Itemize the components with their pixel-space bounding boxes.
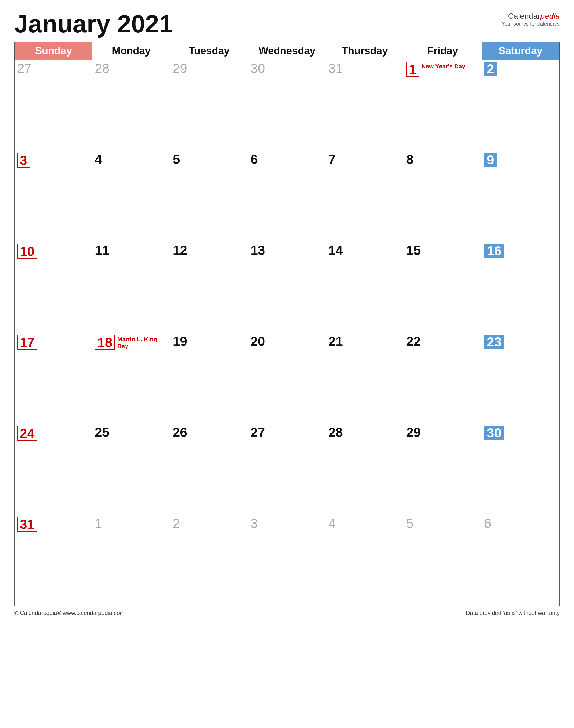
week-row-4: 1718Martin L. King Day1920212223	[14, 333, 560, 424]
calendar-cell-w5-d5: 28	[326, 424, 404, 515]
calendar-cell-w4-d6: 22	[404, 333, 482, 424]
brand-pedia: pedia	[540, 12, 560, 20]
calendar-cell-w3-d7: 16	[482, 242, 560, 333]
calendar-cell-w3-d5: 14	[326, 242, 404, 333]
day-number: 31	[17, 517, 37, 532]
day-number: 5	[406, 517, 413, 530]
day-number: 4	[95, 153, 102, 166]
calendar-cell-w4-d7: 23	[482, 333, 560, 424]
calendar-cell-w2-d7: 9	[482, 151, 560, 242]
calendar-cell-w5-d4: 27	[248, 424, 326, 515]
calendar-table: Sunday Monday Tuesday Wednesday Thursday…	[14, 42, 560, 606]
day-number: 31	[328, 62, 343, 75]
day-number: 28	[95, 62, 109, 75]
week-row-1: 27282930311New Year's Day2	[14, 60, 560, 151]
calendar-header-row: Sunday Monday Tuesday Wednesday Thursday…	[14, 42, 560, 60]
col-header-saturday: Saturday	[482, 42, 560, 60]
calendar-cell-w6-d7: 6	[482, 515, 560, 606]
day-number: 17	[17, 335, 37, 350]
day-number: 30	[484, 426, 504, 440]
day-number: 3	[17, 153, 30, 168]
day-number: 1	[406, 62, 419, 77]
day-number: 1	[95, 517, 102, 530]
day-number: 12	[173, 244, 187, 257]
week-row-2: 3456789	[14, 151, 560, 242]
col-header-wednesday: Wednesday	[248, 42, 326, 60]
day-number: 4	[328, 517, 336, 530]
calendar-cell-w1-d1: 27	[14, 60, 92, 151]
calendar-cell-w4-d5: 21	[326, 333, 404, 424]
day-number: 22	[406, 335, 421, 348]
day-number: 2	[484, 62, 497, 76]
col-header-monday: Monday	[92, 42, 170, 60]
day-number: 16	[484, 244, 504, 258]
calendar-cell-w4-d1: 17	[14, 333, 92, 424]
day-number: 21	[328, 335, 343, 348]
calendar-cell-w3-d3: 12	[170, 242, 248, 333]
day-number: 26	[173, 426, 187, 439]
calendar-cell-w5-d2: 25	[92, 424, 170, 515]
day-number: 20	[250, 335, 265, 348]
calendar-cell-w2-d2: 4	[92, 151, 170, 242]
calendar-cell-w5-d1: 24	[14, 424, 92, 515]
day-number: 23	[484, 335, 504, 349]
calendar-cell-w2-d5: 7	[326, 151, 404, 242]
calendar-cell-w3-d2: 11	[92, 242, 170, 333]
week-row-6: 31123456	[14, 515, 560, 606]
calendar-cell-w2-d3: 5	[170, 151, 248, 242]
brand: Calendarpedia Your source for calendars	[502, 11, 560, 27]
day-number: 13	[250, 244, 265, 257]
calendar-cell-w1-d5: 31	[326, 60, 404, 151]
day-number: 8	[406, 153, 413, 166]
footer-right: Data provided 'as is' without warranty	[466, 610, 560, 616]
day-number: 15	[406, 244, 421, 257]
day-number: 9	[484, 153, 497, 167]
day-number: 30	[250, 62, 265, 75]
brand-tagline: Your source for calendars	[502, 21, 560, 27]
day-number: 10	[17, 244, 37, 259]
calendar-cell-w6-d2: 1	[92, 515, 170, 606]
holiday-label: New Year's Day	[421, 63, 465, 70]
calendar-cell-w3-d4: 13	[248, 242, 326, 333]
day-number: 28	[328, 426, 343, 439]
day-number: 6	[250, 153, 258, 166]
day-number: 7	[328, 153, 336, 166]
calendar-cell-w6-d5: 4	[326, 515, 404, 606]
calendar-cell-w4-d4: 20	[248, 333, 326, 424]
calendar-cell-w4-d3: 19	[170, 333, 248, 424]
day-number: 2	[173, 517, 180, 530]
week-row-3: 10111213141516	[14, 242, 560, 333]
day-number: 18	[95, 335, 115, 350]
calendar-cell-w2-d1: 3	[14, 151, 92, 242]
page-footer: © Calendarpedia® www.calendarpedia.com D…	[14, 610, 560, 616]
calendar-cell-w1-d4: 30	[248, 60, 326, 151]
day-number: 29	[173, 62, 187, 75]
day-number: 25	[95, 426, 109, 439]
col-header-sunday: Sunday	[14, 42, 92, 60]
day-number: 5	[173, 153, 180, 166]
calendar-cell-w1-d6: 1New Year's Day	[404, 60, 482, 151]
day-number: 27	[17, 62, 32, 75]
calendar-cell-w1-d7: 2	[482, 60, 560, 151]
week-row-5: 24252627282930	[14, 424, 560, 515]
calendar-cell-w3-d1: 10	[14, 242, 92, 333]
calendar-cell-w2-d4: 6	[248, 151, 326, 242]
calendar-cell-w6-d3: 2	[170, 515, 248, 606]
month-title: January 2021	[14, 11, 173, 36]
day-number: 3	[250, 517, 258, 530]
calendar-cell-w5-d6: 29	[404, 424, 482, 515]
brand-calendar: Calendar	[508, 12, 540, 20]
calendar-cell-w6-d1: 31	[14, 515, 92, 606]
calendar-cell-w5-d3: 26	[170, 424, 248, 515]
day-number: 11	[95, 244, 109, 257]
brand-name: Calendarpedia	[502, 11, 560, 21]
calendar-cell-w2-d6: 8	[404, 151, 482, 242]
day-number: 14	[328, 244, 343, 257]
footer-left: © Calendarpedia® www.calendarpedia.com	[14, 610, 124, 616]
col-header-thursday: Thursday	[326, 42, 404, 60]
holiday-label: Martin L. King Day	[117, 336, 163, 350]
calendar-cell-w5-d7: 30	[482, 424, 560, 515]
calendar-cell-w3-d6: 15	[404, 242, 482, 333]
day-number: 19	[173, 335, 187, 348]
calendar-cell-w6-d6: 5	[404, 515, 482, 606]
